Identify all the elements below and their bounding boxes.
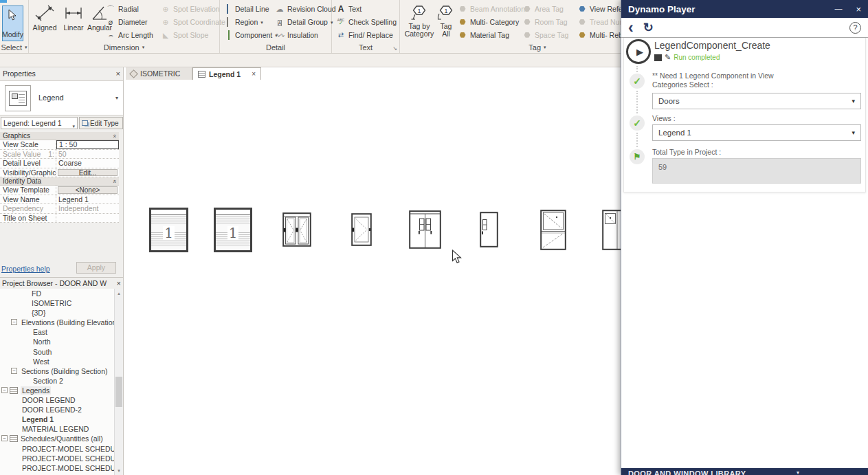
detail-panel-label[interactable]: Detail xyxy=(220,43,331,52)
tag-by-category-button[interactable]: 1 Tag byCategory xyxy=(404,4,434,38)
close-tab-icon[interactable]: × xyxy=(252,70,256,78)
detail-level-value[interactable]: Coarse xyxy=(56,159,119,168)
next-script-bar[interactable]: DOOR AND WINDOW LIBRARY ▾ xyxy=(621,468,868,475)
project-browser-title: Project Browser - DOOR AND WINDO... xyxy=(2,279,107,287)
title-on-sheet-value[interactable] xyxy=(56,214,119,223)
tree-expander-icon[interactable]: − xyxy=(1,387,8,393)
tree-item[interactable]: PROJECT-MODEL SCHEDULE-DO xyxy=(0,463,115,473)
text-button[interactable]: A Text xyxy=(336,4,361,14)
tag-panel-label[interactable]: Tag ▾ xyxy=(496,43,579,52)
tree-item[interactable]: −Elevations (Building Elevation) xyxy=(0,318,115,327)
scrollbar-thumb[interactable] xyxy=(115,377,122,407)
graphics-section-header[interactable]: Graphics « xyxy=(0,132,119,140)
detail-group-button[interactable]: A Detail Group ▾ xyxy=(275,17,333,27)
minimize-icon[interactable]: — xyxy=(834,4,842,14)
tag-all-button[interactable]: 1 TagAll xyxy=(436,4,456,38)
scroll-down-icon[interactable]: ▾ xyxy=(115,466,123,475)
tree-item[interactable]: PROJECT-MODEL SCHEDULE-DO xyxy=(0,444,115,454)
edit-type-button[interactable]: Edit Type xyxy=(79,117,123,129)
tree-item[interactable]: MATERIAL LEGEND xyxy=(0,424,115,434)
edit-script-icon[interactable]: ✎ xyxy=(665,53,671,62)
property-row-dependency: Dependency Independent xyxy=(0,204,119,214)
tree-expander-icon[interactable]: − xyxy=(11,319,17,325)
properties-help-link[interactable]: Properties help xyxy=(1,265,50,273)
component-button[interactable]: Component ▾ xyxy=(223,30,278,40)
close-icon[interactable]: × xyxy=(856,4,861,14)
tree-expander-icon[interactable]: − xyxy=(11,368,17,374)
door-symbol-roller-1[interactable]: 1 xyxy=(149,208,188,252)
back-icon[interactable]: ‹ xyxy=(628,21,634,34)
material-tag-button[interactable]: Material Tag xyxy=(458,30,509,40)
select-panel-label[interactable]: Select ▾ xyxy=(0,43,28,52)
tree-item[interactable]: North xyxy=(0,337,115,346)
modify-button[interactable]: Modify xyxy=(2,5,23,41)
type-preview-button[interactable] xyxy=(5,85,31,111)
categories-select-dropdown[interactable]: Doors ▾ xyxy=(652,93,861,109)
view-tab-legend1[interactable]: Legend 1 × xyxy=(192,67,261,80)
insulation-button[interactable]: ∿∿ Insulation xyxy=(275,30,318,40)
run-script-button[interactable]: ▶ xyxy=(626,39,651,64)
tree-item-legends[interactable]: −Legends xyxy=(0,386,115,395)
collapse-section-icon[interactable]: « xyxy=(111,179,118,183)
door-symbol-single-vision[interactable] xyxy=(480,212,498,247)
refresh-icon[interactable]: ↻ xyxy=(643,20,654,35)
dynamo-player-titlebar[interactable]: Dynamo Player — × xyxy=(621,0,868,18)
close-project-browser-icon[interactable]: × xyxy=(117,279,121,287)
tree-item[interactable]: ISOMETRIC xyxy=(0,298,115,308)
tree-item[interactable]: DOOR LEGEND-2 xyxy=(0,405,115,415)
visibility-edit-button[interactable]: Edit... xyxy=(58,169,118,177)
radial-button[interactable]: ⌒ Radial xyxy=(106,4,139,14)
views-select-dropdown[interactable]: Legend 1 ▾ xyxy=(652,124,861,141)
door-symbol-roller-2[interactable]: 1 xyxy=(214,208,252,252)
close-properties-icon[interactable]: × xyxy=(116,69,120,78)
tree-item[interactable]: −Sections (Building Section) xyxy=(0,366,115,376)
tree-item[interactable]: FD xyxy=(0,289,115,298)
tree-item[interactable]: {3D} xyxy=(0,308,115,318)
aligned-dimension-icon xyxy=(35,4,54,22)
door-symbol-glazed-top[interactable] xyxy=(540,210,566,250)
door-symbol-single-glazed[interactable] xyxy=(351,213,372,246)
help-icon[interactable]: ? xyxy=(849,22,861,34)
door-symbol-double-vision[interactable] xyxy=(409,210,441,249)
arc-length-button[interactable]: ⌢ Arc Length xyxy=(106,30,153,40)
tree-item[interactable]: PROJECT-MODEL SCHEDULE-DO xyxy=(0,454,115,463)
linear-button[interactable]: Linear xyxy=(60,4,87,32)
view-tab-isometric[interactable]: ISOMETRIC xyxy=(126,67,192,80)
tree-item[interactable]: South xyxy=(0,347,115,357)
text-dialog-launcher-icon[interactable]: ↘ xyxy=(392,45,397,52)
view-name-value[interactable]: Legend 1 xyxy=(56,195,119,204)
scroll-up-icon[interactable]: ▴ xyxy=(115,289,123,298)
check-spelling-button[interactable]: ABC✓ Check Spelling xyxy=(336,17,397,27)
region-button[interactable]: Region ▾ xyxy=(223,17,263,27)
properties-title: Properties xyxy=(3,69,36,78)
detail-line-button[interactable]: Detail Line xyxy=(223,4,269,14)
instance-selector-combo[interactable]: Legend: Legend 1 ▾ xyxy=(1,117,78,129)
ribbon-panel-detail: Detail Line Region ▾ Component ▾ ☁ Revis… xyxy=(220,0,332,53)
project-browser-scrollbar[interactable]: ▴ ▾ xyxy=(114,289,123,475)
caret-down-icon[interactable]: ▾ xyxy=(115,95,118,101)
diameter-button[interactable]: ⌀ Diameter xyxy=(106,17,148,27)
apply-button[interactable]: Apply xyxy=(76,262,116,274)
dimension-panel-label[interactable]: Dimension ▾ xyxy=(29,43,219,52)
tree-item[interactable]: DOOR LEGEND xyxy=(0,395,115,405)
tree-item-legend1[interactable]: Legend 1 xyxy=(0,415,115,424)
spot-elevation-button: ⊕ Spot Elevation xyxy=(161,4,220,14)
edit-inputs-icon[interactable] xyxy=(654,54,662,61)
collapse-section-icon[interactable]: « xyxy=(111,134,118,137)
property-row-view-name: View Name Legend 1 xyxy=(0,195,119,205)
type-selector[interactable]: Legend ▾ xyxy=(0,80,123,115)
tree-item[interactable]: West xyxy=(0,357,115,366)
aligned-button[interactable]: Aligned xyxy=(31,4,58,32)
view-template-button[interactable]: <None> xyxy=(58,186,118,194)
multi-category-button[interactable]: Multi- Category xyxy=(458,17,519,27)
door-symbol-double-glazed[interactable] xyxy=(282,212,311,247)
find-replace-button[interactable]: ⇄ Find/ Replace xyxy=(336,30,393,40)
tree-item[interactable]: Section 2 xyxy=(0,376,115,386)
tree-item[interactable]: East xyxy=(0,327,115,337)
tree-expander-icon[interactable]: − xyxy=(1,435,8,441)
identity-data-section-header[interactable]: Identity Data « xyxy=(0,177,119,186)
revision-cloud-button[interactable]: ☁ Revision Cloud xyxy=(275,4,336,14)
tree-item-schedules[interactable]: −Schedules/Quantities (all) xyxy=(0,434,115,443)
space-tag-button: Space Tag xyxy=(522,30,568,40)
view-scale-value[interactable]: 1 : 50 xyxy=(56,140,119,149)
